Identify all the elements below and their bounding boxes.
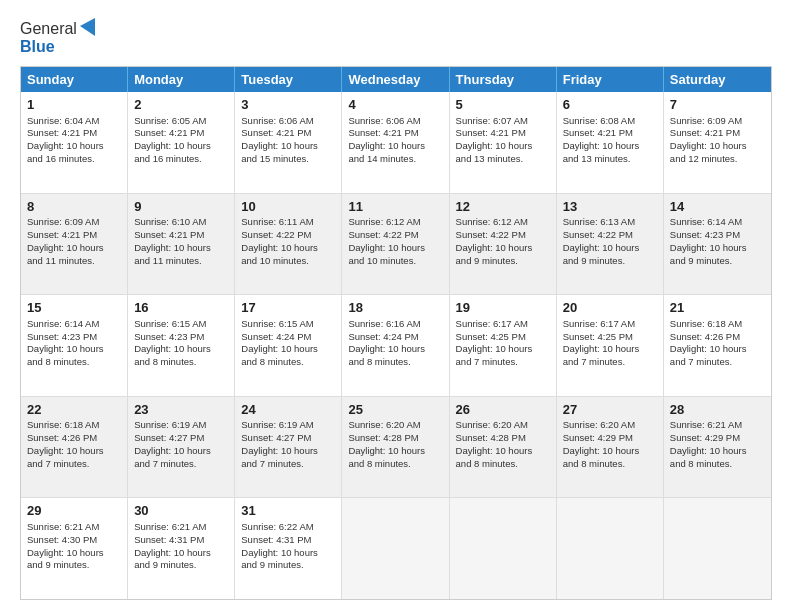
day-info-line: and 13 minutes.: [563, 153, 657, 166]
day-info-line: Sunrise: 6:11 AM: [241, 216, 335, 229]
day-cell-20: 20Sunrise: 6:17 AMSunset: 4:25 PMDayligh…: [557, 295, 664, 396]
day-info-line: Sunrise: 6:06 AM: [348, 115, 442, 128]
day-info-line: Daylight: 10 hours: [670, 343, 765, 356]
day-info-line: Sunset: 4:21 PM: [27, 229, 121, 242]
day-info-line: Sunrise: 6:13 AM: [563, 216, 657, 229]
day-info-line: and 10 minutes.: [241, 255, 335, 268]
day-info-line: Sunset: 4:23 PM: [134, 331, 228, 344]
day-number: 11: [348, 198, 442, 216]
day-info-line: Sunrise: 6:18 AM: [670, 318, 765, 331]
day-cell-13: 13Sunrise: 6:13 AMSunset: 4:22 PMDayligh…: [557, 194, 664, 295]
day-info-line: and 16 minutes.: [134, 153, 228, 166]
day-info-line: and 7 minutes.: [670, 356, 765, 369]
day-info-line: Sunrise: 6:18 AM: [27, 419, 121, 432]
calendar-row-1: 1Sunrise: 6:04 AMSunset: 4:21 PMDaylight…: [21, 92, 771, 193]
day-info-line: and 14 minutes.: [348, 153, 442, 166]
day-info-line: and 8 minutes.: [241, 356, 335, 369]
day-info-line: Daylight: 10 hours: [670, 242, 765, 255]
calendar-row-4: 22Sunrise: 6:18 AMSunset: 4:26 PMDayligh…: [21, 396, 771, 498]
day-cell-16: 16Sunrise: 6:15 AMSunset: 4:23 PMDayligh…: [128, 295, 235, 396]
day-number: 22: [27, 401, 121, 419]
day-info-line: Daylight: 10 hours: [563, 445, 657, 458]
day-info-line: Daylight: 10 hours: [456, 343, 550, 356]
day-info-line: Sunrise: 6:19 AM: [241, 419, 335, 432]
day-info-line: Sunset: 4:22 PM: [241, 229, 335, 242]
day-info-line: Sunset: 4:25 PM: [563, 331, 657, 344]
day-info-line: Sunrise: 6:20 AM: [348, 419, 442, 432]
day-info-line: Sunset: 4:21 PM: [456, 127, 550, 140]
empty-cell: [664, 498, 771, 599]
day-info-line: Sunrise: 6:14 AM: [670, 216, 765, 229]
day-number: 27: [563, 401, 657, 419]
day-info-line: and 8 minutes.: [348, 356, 442, 369]
day-number: 17: [241, 299, 335, 317]
day-info-line: and 9 minutes.: [27, 559, 121, 572]
day-number: 4: [348, 96, 442, 114]
svg-text:Blue: Blue: [20, 38, 55, 55]
day-info-line: Daylight: 10 hours: [563, 242, 657, 255]
calendar-body: 1Sunrise: 6:04 AMSunset: 4:21 PMDaylight…: [21, 92, 771, 599]
day-info-line: Sunrise: 6:20 AM: [456, 419, 550, 432]
day-info-line: Sunrise: 6:09 AM: [670, 115, 765, 128]
day-cell-15: 15Sunrise: 6:14 AMSunset: 4:23 PMDayligh…: [21, 295, 128, 396]
day-info-line: and 8 minutes.: [27, 356, 121, 369]
day-info-line: and 7 minutes.: [27, 458, 121, 471]
day-info-line: Daylight: 10 hours: [27, 343, 121, 356]
day-info-line: Sunset: 4:21 PM: [134, 127, 228, 140]
day-info-line: Sunset: 4:23 PM: [27, 331, 121, 344]
day-info-line: Daylight: 10 hours: [456, 445, 550, 458]
day-info-line: and 16 minutes.: [27, 153, 121, 166]
day-info-line: Sunset: 4:24 PM: [241, 331, 335, 344]
day-number: 31: [241, 502, 335, 520]
day-number: 5: [456, 96, 550, 114]
day-cell-21: 21Sunrise: 6:18 AMSunset: 4:26 PMDayligh…: [664, 295, 771, 396]
day-info-line: Daylight: 10 hours: [456, 140, 550, 153]
day-info-line: Sunrise: 6:21 AM: [134, 521, 228, 534]
day-cell-31: 31Sunrise: 6:22 AMSunset: 4:31 PMDayligh…: [235, 498, 342, 599]
day-number: 25: [348, 401, 442, 419]
day-info-line: Daylight: 10 hours: [241, 343, 335, 356]
day-cell-4: 4Sunrise: 6:06 AMSunset: 4:21 PMDaylight…: [342, 92, 449, 193]
empty-cell: [450, 498, 557, 599]
day-info-line: Sunrise: 6:17 AM: [563, 318, 657, 331]
day-cell-27: 27Sunrise: 6:20 AMSunset: 4:29 PMDayligh…: [557, 397, 664, 498]
day-cell-18: 18Sunrise: 6:16 AMSunset: 4:24 PMDayligh…: [342, 295, 449, 396]
day-info-line: Sunrise: 6:12 AM: [348, 216, 442, 229]
day-info-line: and 8 minutes.: [348, 458, 442, 471]
day-cell-12: 12Sunrise: 6:12 AMSunset: 4:22 PMDayligh…: [450, 194, 557, 295]
day-info-line: Sunset: 4:23 PM: [670, 229, 765, 242]
day-number: 13: [563, 198, 657, 216]
day-info-line: Daylight: 10 hours: [241, 547, 335, 560]
day-info-line: Sunset: 4:27 PM: [241, 432, 335, 445]
day-info-line: and 8 minutes.: [456, 458, 550, 471]
day-info-line: Daylight: 10 hours: [134, 445, 228, 458]
day-info-line: and 7 minutes.: [134, 458, 228, 471]
day-cell-22: 22Sunrise: 6:18 AMSunset: 4:26 PMDayligh…: [21, 397, 128, 498]
day-info-line: Sunrise: 6:19 AM: [134, 419, 228, 432]
day-info-line: Sunset: 4:21 PM: [563, 127, 657, 140]
day-number: 7: [670, 96, 765, 114]
day-cell-6: 6Sunrise: 6:08 AMSunset: 4:21 PMDaylight…: [557, 92, 664, 193]
day-info-line: Sunset: 4:28 PM: [456, 432, 550, 445]
svg-marker-2: [80, 18, 95, 36]
day-info-line: and 11 minutes.: [134, 255, 228, 268]
day-info-line: Sunset: 4:28 PM: [348, 432, 442, 445]
day-info-line: Sunrise: 6:15 AM: [134, 318, 228, 331]
day-info-line: and 8 minutes.: [563, 458, 657, 471]
day-info-line: Daylight: 10 hours: [241, 140, 335, 153]
day-cell-30: 30Sunrise: 6:21 AMSunset: 4:31 PMDayligh…: [128, 498, 235, 599]
day-number: 20: [563, 299, 657, 317]
day-number: 18: [348, 299, 442, 317]
day-info-line: Daylight: 10 hours: [241, 242, 335, 255]
day-info-line: Sunset: 4:21 PM: [348, 127, 442, 140]
day-info-line: Sunrise: 6:04 AM: [27, 115, 121, 128]
day-info-line: Daylight: 10 hours: [670, 445, 765, 458]
header-day-saturday: Saturday: [664, 67, 771, 92]
day-info-line: Daylight: 10 hours: [27, 242, 121, 255]
header-day-thursday: Thursday: [450, 67, 557, 92]
day-info-line: Sunrise: 6:16 AM: [348, 318, 442, 331]
day-cell-11: 11Sunrise: 6:12 AMSunset: 4:22 PMDayligh…: [342, 194, 449, 295]
day-info-line: Daylight: 10 hours: [134, 343, 228, 356]
day-info-line: and 9 minutes.: [134, 559, 228, 572]
day-number: 26: [456, 401, 550, 419]
